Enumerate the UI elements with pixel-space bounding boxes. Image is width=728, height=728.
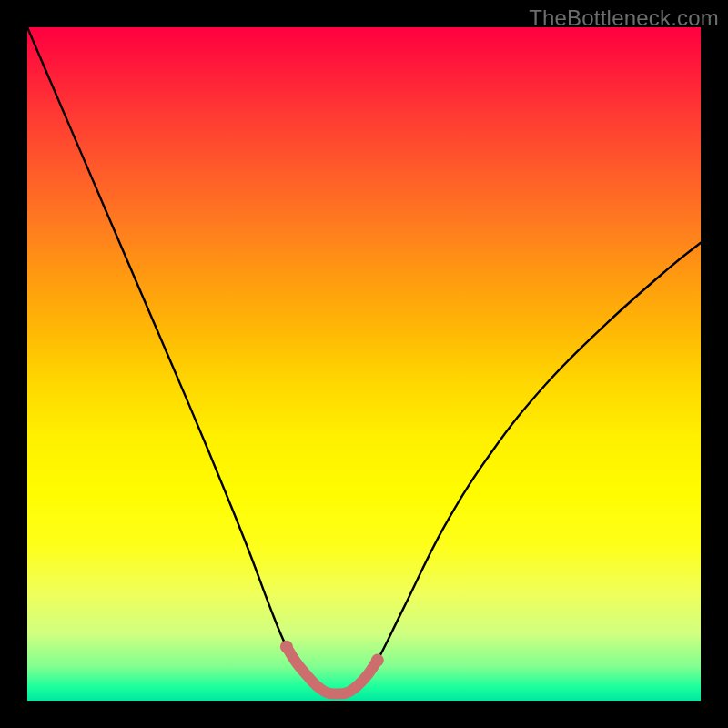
watermark: TheBottleneck.com — [529, 5, 719, 31]
curve-layer — [27, 27, 701, 701]
bottleneck-curve — [27, 27, 701, 696]
plot-area — [27, 27, 701, 701]
optimal-range-highlight — [287, 647, 378, 694]
highlight-endpoint — [280, 641, 293, 653]
highlight-endpoint — [371, 654, 384, 667]
chart-frame: TheBottleneck.com — [0, 0, 728, 728]
